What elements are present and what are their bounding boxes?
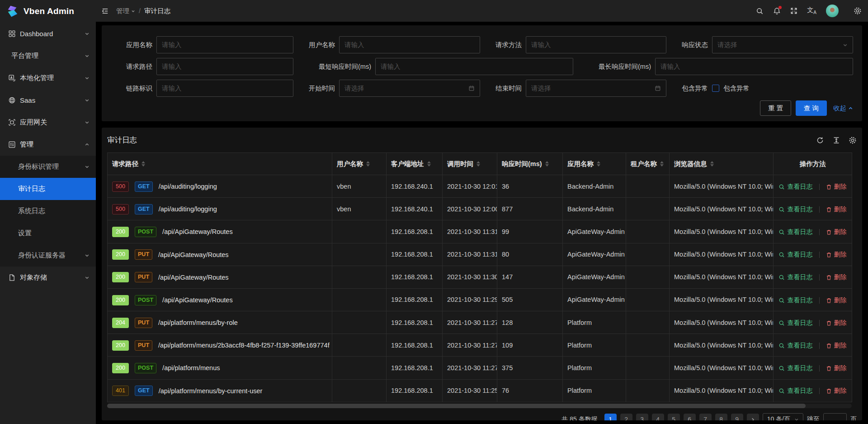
table-row[interactable]: 200 PUT /api/platform/menus/2b3accf8-4fb… [108, 334, 852, 357]
sort-caret-icon[interactable] [597, 161, 600, 167]
response-status-select[interactable]: 请选择 [712, 36, 853, 53]
sidebar-item-identity-management[interactable]: 身份标识管理 [0, 156, 96, 178]
horizontal-scrollbar[interactable] [107, 404, 852, 408]
notification-bell-icon[interactable] [773, 7, 781, 15]
view-log-button[interactable]: 查看日志 [778, 228, 812, 236]
sort-caret-icon[interactable] [142, 161, 145, 167]
sort-caret-icon[interactable] [545, 161, 549, 167]
page-button-8[interactable]: 8 [715, 414, 727, 420]
reset-button[interactable]: 重 置 [760, 100, 791, 116]
table-row[interactable]: 200 POST /api/ApiGateway/Routes 192.168.… [108, 220, 852, 243]
column-header-client-ip[interactable]: 客户端地址 [387, 153, 443, 175]
delete-button[interactable]: 删除 [826, 205, 847, 214]
page-button-1[interactable]: 1 [604, 414, 617, 420]
sidebar-item-platform-management[interactable]: 平台管理 [0, 45, 96, 67]
table-row[interactable]: 200 PUT /api/ApiGateway/Routes 192.168.2… [108, 243, 852, 266]
page-button-5[interactable]: 5 [668, 414, 680, 420]
search-icon[interactable] [756, 7, 764, 15]
fullscreen-icon[interactable] [790, 7, 797, 14]
sidebar-item-gateway[interactable]: 应用网关 [0, 111, 96, 133]
delete-button[interactable]: 删除 [826, 228, 847, 236]
sort-caret-icon[interactable] [710, 161, 714, 167]
refresh-icon[interactable] [816, 136, 824, 144]
sidebar-item-localization[interactable]: 本地化管理 [0, 67, 96, 89]
trash-icon [826, 297, 832, 304]
breadcrumb-section[interactable]: 管理 [116, 7, 135, 15]
start-time-picker[interactable]: 请选择 [339, 80, 480, 97]
sidebar-item-management[interactable]: 管理 [0, 133, 96, 156]
table-settings-gear-icon[interactable] [849, 136, 857, 144]
menu-fold-icon[interactable] [101, 7, 109, 15]
delete-button[interactable]: 删除 [826, 342, 847, 350]
table-row[interactable]: 204 PUT /api/platform/menus/by-role 192.… [108, 311, 852, 334]
sidebar-item-identity-server[interactable]: 身份认证服务器 [0, 244, 96, 267]
page-button-2[interactable]: 2 [620, 414, 632, 420]
page-button-4[interactable]: 4 [652, 414, 664, 420]
sidebar-item-dashboard[interactable]: Dashboard [0, 23, 96, 45]
sort-caret-icon[interactable] [476, 161, 480, 167]
trace-id-input[interactable] [156, 80, 293, 97]
column-header-request-path[interactable]: 请求路径 [108, 153, 332, 175]
sidebar-item-audit-log[interactable]: 审计日志 [0, 178, 96, 200]
column-header-response-time[interactable]: 响应时间(ms) [497, 153, 563, 175]
view-log-button[interactable]: 查看日志 [778, 342, 812, 350]
request-method-input[interactable] [526, 36, 666, 53]
view-log-button[interactable]: 查看日志 [778, 319, 812, 327]
max-response-time-input[interactable] [655, 58, 853, 75]
avatar[interactable] [826, 5, 839, 17]
view-log-button[interactable]: 查看日志 [778, 205, 812, 214]
delete-button[interactable]: 删除 [826, 364, 847, 372]
sort-caret-icon[interactable] [366, 161, 370, 167]
delete-button[interactable]: 删除 [826, 319, 847, 327]
view-log-button[interactable]: 查看日志 [778, 251, 812, 259]
table-row[interactable]: 500 GET /api/auditing/logging vben 192.1… [108, 175, 852, 198]
jump-to-page-input[interactable] [823, 413, 847, 420]
gear-icon[interactable] [854, 7, 862, 15]
next-page-button[interactable] [747, 414, 759, 420]
page-button-3[interactable]: 3 [636, 414, 648, 420]
sort-caret-icon[interactable] [427, 161, 431, 167]
page-button-9[interactable]: 9 [731, 414, 743, 420]
column-header-tenant-name[interactable]: 租户名称 [626, 153, 670, 175]
has-exception-checkbox[interactable] [712, 85, 719, 92]
actions-cell: 查看日志 删除 [774, 311, 852, 334]
table-row[interactable]: 200 POST /api/platform/menus 192.168.208… [108, 357, 852, 379]
delete-button[interactable]: 删除 [826, 183, 847, 191]
page-button-7[interactable]: 7 [699, 414, 712, 420]
page-button-6[interactable]: 6 [684, 414, 696, 420]
view-log-button[interactable]: 查看日志 [778, 364, 812, 372]
user-name-input[interactable] [339, 36, 480, 53]
table-row[interactable]: 500 GET /api/auditing/logging vben 192.1… [108, 198, 852, 220]
view-log-button[interactable]: 查看日志 [778, 387, 812, 395]
delete-button[interactable]: 删除 [826, 296, 847, 305]
sort-caret-icon[interactable] [660, 161, 664, 167]
sidebar-item-saas[interactable]: Saas [0, 89, 96, 111]
app-logo[interactable]: Vben Admin [0, 0, 96, 23]
sidebar-item-settings[interactable]: 设置 [0, 222, 96, 244]
end-time-picker[interactable]: 请选择 [526, 80, 666, 97]
delete-button[interactable]: 删除 [826, 251, 847, 259]
table-row[interactable]: 200 PUT /api/ApiGateway/Routes 192.168.2… [108, 266, 852, 288]
collapse-form-link[interactable]: 收起 [833, 104, 853, 113]
table-row[interactable]: 401 GET /api/platform/menus/by-current-u… [108, 379, 852, 402]
column-header-user-name[interactable]: 用户名称 [332, 153, 387, 175]
delete-button[interactable]: 删除 [826, 387, 847, 395]
page-size-select[interactable]: 10 条/页 [763, 413, 803, 420]
sidebar-item-object-storage[interactable]: 对象存储 [0, 267, 96, 289]
sidebar-item-system-log[interactable]: 系统日志 [0, 200, 96, 222]
row-height-icon[interactable] [832, 136, 840, 144]
table-row[interactable]: 200 POST /api/ApiGateway/Routes 192.168.… [108, 288, 852, 311]
min-response-time-input[interactable] [375, 58, 573, 75]
view-log-button[interactable]: 查看日志 [778, 183, 812, 191]
column-header-app-name[interactable]: 应用名称 [563, 153, 626, 175]
column-header-call-time[interactable]: 调用时间 [443, 153, 497, 175]
request-path-input[interactable] [156, 58, 293, 75]
app-name-input[interactable] [156, 36, 293, 53]
view-log-button[interactable]: 查看日志 [778, 296, 812, 305]
delete-button[interactable]: 删除 [826, 273, 847, 281]
view-log-button[interactable]: 查看日志 [778, 273, 812, 281]
search-button[interactable]: 查 询 [796, 100, 827, 116]
translate-icon[interactable]: 文A [807, 7, 816, 15]
column-header-browser-info[interactable]: 浏览器信息 [670, 153, 774, 175]
scrollbar-thumb[interactable] [107, 404, 806, 408]
